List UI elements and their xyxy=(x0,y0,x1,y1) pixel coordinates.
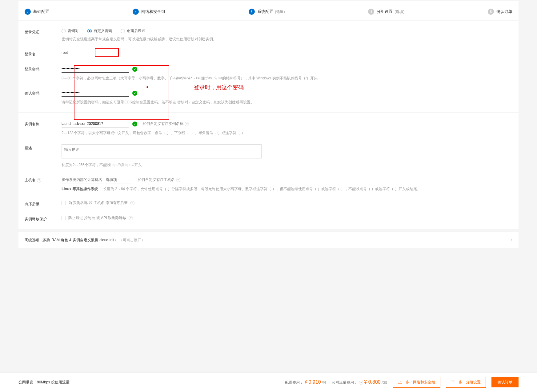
release-protect-label: 实例释放保护 xyxy=(25,215,62,222)
instance-name-hint: 2～128个字符，以大小写字母或中文开头，可包含数字、点号（.）、下划线（_）、… xyxy=(62,130,512,136)
suffix-label: 有序后缀 xyxy=(25,200,62,207)
login-password-hint: 8～30 个字符，必须同时包含三项（大写字母、小写字母、数字、()`~!@#$%… xyxy=(62,76,512,81)
help-icon[interactable]: ? xyxy=(37,178,41,182)
login-name-value: root xyxy=(62,50,68,55)
help-icon: ? xyxy=(185,122,189,126)
radio-set-later[interactable]: 创建后设置 xyxy=(121,28,145,34)
advanced-options-accordion[interactable]: 高级选项（实例 RAM 角色 & 实例自定义数据 cloud-init） （可点… xyxy=(18,232,519,248)
valid-check-icon xyxy=(132,67,137,72)
confirm-password-label: 确认密码 xyxy=(25,90,62,96)
instance-name-help-link[interactable]: 如何自定义有序实例名称? xyxy=(143,121,189,126)
valid-check-icon xyxy=(132,91,137,96)
suffix-checkbox[interactable]: 为 实例名称 和 主机名 添加有序后缀 ? xyxy=(62,201,134,205)
step-5[interactable]: 5 确认订单 xyxy=(488,9,512,15)
help-icon[interactable]: ? xyxy=(130,201,134,205)
step-number-icon: 3 xyxy=(249,9,255,15)
instance-name-input[interactable] xyxy=(62,120,129,127)
step-number-icon: 4 xyxy=(368,9,374,15)
check-icon: ✓ xyxy=(25,9,31,15)
step-4[interactable]: 4 分组设置 (选填) xyxy=(368,9,404,15)
login-name-label: 登录名 xyxy=(25,50,62,57)
hostname-label: 主机名? xyxy=(25,176,62,183)
hostname-input[interactable] xyxy=(62,176,132,183)
description-hint: 长度为2～256个字符，不能以http://或https://开头 xyxy=(62,162,512,168)
hostname-help-link[interactable]: 如何自定义有序主机名? xyxy=(138,177,180,182)
check-icon: ✓ xyxy=(133,9,139,15)
hostname-hint: Linux 等其他操作系统： 长度为 2～64 个字符，允许使用点号（.）分隔字… xyxy=(62,186,512,192)
chevron-right-icon: › xyxy=(511,237,512,243)
login-cred-hint: 密钥对安全强度远高于常规自定义密码，可以避免暴力破解威胁，建议您使用密钥对创建实… xyxy=(62,37,512,42)
step-3-current[interactable]: 3 系统配置 (选填) xyxy=(249,9,285,15)
description-label: 描述 xyxy=(25,144,62,151)
radio-custom-password[interactable]: 自定义密码 xyxy=(87,28,112,34)
step-number-icon: 5 xyxy=(488,9,494,15)
description-input[interactable] xyxy=(62,144,262,158)
stepper: ✓ 基础配置 ✓ 网络和安全组 3 系统配置 (选填) 4 分组设置 (选填) … xyxy=(18,1,519,20)
instance-name-label: 实例名称 xyxy=(25,120,62,127)
login-password-label: 登录密码 xyxy=(25,66,62,72)
confirm-password-input[interactable] xyxy=(62,90,129,97)
help-icon[interactable]: ? xyxy=(129,216,133,220)
help-icon: ? xyxy=(176,178,180,182)
radio-keypair[interactable]: 密钥对 xyxy=(62,28,79,34)
login-cred-label: 登录凭证 xyxy=(25,28,62,35)
release-protect-checkbox[interactable]: 防止通过 控制台 或 API 误删除释放 ? xyxy=(62,216,133,220)
step-1[interactable]: ✓ 基础配置 xyxy=(25,9,49,15)
confirm-password-hint: 请牢记您所设置的密码，如遗忘可登录ECS控制台重置密码。若不填选 密钥对 / 自… xyxy=(62,100,512,105)
login-password-input[interactable] xyxy=(62,66,129,73)
step-2[interactable]: ✓ 网络和安全组 xyxy=(133,9,165,15)
valid-check-icon xyxy=(132,122,137,126)
